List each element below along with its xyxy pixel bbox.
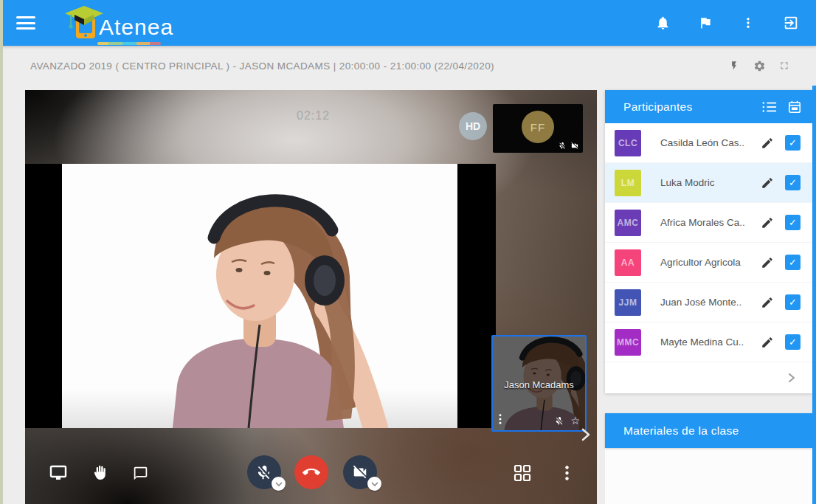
participant-avatar: AA	[615, 249, 641, 276]
edit-icon[interactable]	[760, 215, 775, 230]
flash-icon[interactable]	[727, 59, 741, 72]
chevron-right-icon[interactable]	[580, 428, 592, 441]
participant-name: Luka Modric	[660, 177, 760, 188]
participant-name: Agricultor Agricola	[660, 257, 760, 268]
remote-participant-avatar: FF	[522, 111, 554, 143]
participant-avatar: MMC	[615, 329, 641, 356]
star-icon[interactable]: ☆	[570, 415, 580, 426]
calendar-icon[interactable]	[787, 100, 802, 114]
app-header: Atenea	[0, 0, 816, 46]
more-vertical-icon[interactable]	[739, 14, 757, 32]
participant-name: Juan José Monte..	[660, 297, 760, 308]
participant-row[interactable]: JJM Juan José Monte.. ✓	[605, 283, 812, 322]
participant-checkbox[interactable]: ✓	[785, 135, 801, 151]
main-video	[25, 164, 496, 428]
edit-icon[interactable]	[760, 295, 775, 310]
hd-quality-badge: HD	[459, 112, 487, 140]
participant-avatar: CLC	[615, 130, 641, 156]
right-scrollbar[interactable]	[812, 86, 816, 504]
brand-name: Atenea	[99, 16, 173, 38]
pip-more-icon[interactable]	[499, 414, 502, 424]
self-view-pip[interactable]: Jason Mcadams ☆	[491, 335, 587, 432]
participant-avatar: JJM	[615, 289, 641, 316]
participant-row[interactable]: AA Agricultor Agricola ✓	[605, 243, 812, 283]
hang-up-button[interactable]	[294, 455, 328, 489]
mic-toggle-button[interactable]	[247, 455, 281, 489]
camera-options-dropdown[interactable]	[367, 477, 381, 491]
edit-icon[interactable]	[760, 176, 775, 190]
participant-name: Mayte Medina Cu..	[660, 336, 760, 348]
participant-avatar: AMC	[615, 210, 641, 236]
session-title: AVANZADO 2019 ( CENTRO PRINCIPAL ) - JAS…	[30, 61, 494, 72]
mic-off-icon	[559, 142, 567, 150]
materials-body	[605, 448, 812, 504]
mic-off-icon	[555, 416, 564, 426]
participants-header: Participantes	[605, 90, 812, 123]
self-view-name: Jason Mcadams	[493, 379, 585, 390]
participant-checkbox[interactable]: ✓	[785, 255, 801, 270]
logout-icon[interactable]	[782, 14, 800, 32]
participant-row[interactable]: CLC Casilda León Cas.. ✓	[605, 123, 812, 163]
participants-title: Participantes	[623, 100, 693, 114]
notifications-icon[interactable]	[654, 14, 671, 32]
participant-avatar: LM	[615, 170, 641, 196]
remote-participant-thumbnail[interactable]: FF	[493, 104, 583, 153]
participants-pager	[605, 362, 812, 393]
list-view-icon[interactable]	[762, 100, 777, 114]
edit-icon[interactable]	[760, 335, 775, 350]
participant-row[interactable]: AMC Africa Morales Ca.. ✓	[605, 203, 812, 243]
materials-title: Materiales de la clase	[623, 424, 739, 438]
session-bar: AVANZADO 2019 ( CENTRO PRINCIPAL ) - JAS…	[0, 46, 816, 86]
brand-tagline	[97, 42, 161, 45]
participant-name: Casilda León Cas..	[660, 137, 760, 148]
participant-checkbox[interactable]: ✓	[785, 334, 801, 350]
participant-row[interactable]: LM Luka Modric ✓	[605, 163, 812, 203]
participant-row[interactable]: MMC Mayte Medina Cu.. ✓	[605, 322, 812, 362]
call-timer: 02:12	[297, 109, 330, 122]
camera-toggle-button[interactable]	[343, 455, 377, 489]
edit-icon[interactable]	[760, 136, 775, 151]
raise-hand-icon[interactable]	[90, 464, 108, 482]
participant-name: Africa Morales Ca..	[660, 217, 760, 228]
participants-panel: Participantes CLC Casilda León Cas.. ✓ L…	[605, 90, 812, 393]
video-stage: 02:12 HD FF	[25, 90, 597, 504]
materials-header[interactable]: Materiales de la clase	[605, 413, 812, 448]
menu-icon[interactable]	[16, 16, 35, 30]
more-vertical-icon[interactable]	[558, 464, 575, 482]
grid-view-icon[interactable]	[514, 464, 531, 482]
chat-icon[interactable]	[131, 464, 149, 482]
participant-checkbox[interactable]: ✓	[785, 175, 801, 190]
screen-share-icon[interactable]	[49, 464, 67, 482]
fullscreen-icon[interactable]	[778, 59, 791, 72]
left-edge-strip	[0, 0, 3, 504]
mic-options-dropdown[interactable]	[272, 477, 286, 491]
settings-icon[interactable]	[753, 59, 766, 72]
next-page-icon[interactable]	[787, 373, 796, 383]
app-logo[interactable]: Atenea	[63, 4, 173, 41]
participant-checkbox[interactable]: ✓	[785, 294, 801, 310]
edit-icon[interactable]	[760, 255, 775, 270]
speaker-video-feed	[62, 164, 457, 428]
camera-off-icon	[570, 142, 579, 150]
participant-checkbox[interactable]: ✓	[785, 215, 801, 230]
flag-icon[interactable]	[696, 14, 714, 32]
